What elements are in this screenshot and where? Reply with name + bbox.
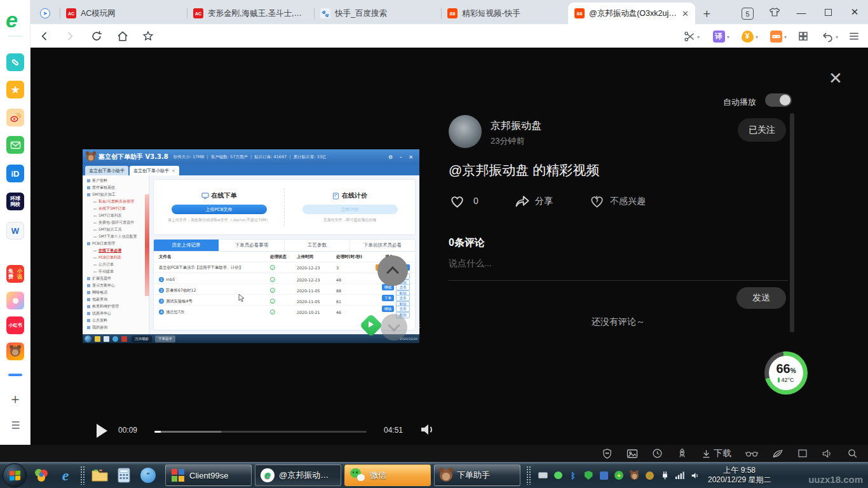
reading-mode-glasses-icon[interactable] [745,450,758,458]
tray-signal-icon[interactable] [675,470,685,480]
skin-button[interactable] [761,3,788,22]
tab-transformers[interactable]: AC 变形金刚,海贼王,圣斗士,龙... [187,3,314,24]
new-tab-button[interactable]: ＋ [698,4,715,22]
kuaishou-icon: 88 [574,8,585,18]
refresh-button[interactable] [89,29,104,44]
play-button[interactable] [97,424,107,438]
sidebar-weibo-icon[interactable] [6,109,24,126]
taskbar-button-wechat[interactable]: 微信 [344,464,431,486]
taskbar-button-browser[interactable]: e @京邦振动盘(... [255,464,341,486]
followed-button[interactable]: 已关注 [738,118,786,142]
minimize-button[interactable]: — [788,3,815,22]
tray-shield-icon[interactable] [583,470,593,480]
back-button[interactable] [37,29,52,44]
quicklaunch-explorer-icon[interactable] [92,467,108,484]
previous-video-button[interactable] [377,255,408,286]
forward-button[interactable] [62,29,78,44]
tab-baidu-search[interactable]: 🐾 快手_百度搜索 [314,3,441,24]
quicklaunch-messenger-icon[interactable]: ’’ [140,467,156,484]
sidebar-mail-icon[interactable] [6,136,24,154]
tray-nut-check-icon[interactable]: ✓ [644,470,654,480]
shopping-assistant-button[interactable]: ¥ [740,29,755,44]
taskbar-button-client99se[interactable]: Client99se [165,464,252,486]
tab-label: 精彩短视频-快手 [462,8,562,19]
tray-update-icon[interactable]: + [614,470,624,480]
video-surface[interactable]: 嘉立创下单助手 V3.3.8 软件大小: 17MB ｜ 客户端数: 57万用户 … [83,149,419,343]
zoom-search-icon[interactable] [847,448,858,459]
tray-driver-icon[interactable] [599,470,609,480]
quicklaunch-calculator-icon[interactable] [116,467,132,484]
screenshot-scissors-button[interactable] [681,29,696,44]
share-icon[interactable] [513,193,531,208]
tray-keyboard-icon[interactable] [538,470,548,480]
video-title: @京邦振动盘 的精彩视频 [449,161,599,179]
taskbar-button-order-assistant[interactable]: 下单助手 [434,464,520,486]
sidebar-xiaohongshu-icon[interactable]: 小红书 [6,316,24,334]
close-window-button[interactable]: ✕ [841,3,868,22]
sidebar-add-button[interactable]: ＋ [8,390,22,404]
tab-count-badge[interactable]: 5 [742,8,754,20]
quicklaunch-360-icon[interactable] [33,467,50,484]
menu-hamburger-button[interactable] [846,29,862,44]
widget-temperature: 42°C [781,377,794,383]
tray-volume-icon[interactable] [690,470,700,480]
autoplay-toggle[interactable] [765,93,792,107]
translate-button[interactable]: 译 [711,29,726,44]
tray-power-plug-icon[interactable] [660,470,670,480]
wechat-icon [350,468,365,482]
tray-bear-icon[interactable] [629,470,639,480]
sidebar-favorites-icon[interactable]: ★ [6,81,24,98]
widget-percent: 66 [776,362,790,376]
volume-icon[interactable] [419,422,436,437]
restore-button[interactable] [815,3,841,22]
start-button[interactable] [3,463,27,487]
image-icon[interactable] [627,449,638,459]
sidebar-game-bear-icon[interactable] [6,342,24,360]
sidebar-free-novel-icon[interactable]: 免费小说 [6,265,24,283]
next-video-button[interactable] [381,314,407,341]
comment-input[interactable] [449,258,766,268]
send-comment-button[interactable]: 发送 [736,287,786,309]
tab-close-icon[interactable]: ✕ [682,9,689,18]
tray-wechat-icon[interactable] [553,470,563,480]
video-app-tab: 嘉立创下单小助手 [85,166,128,175]
panel-scrollbar[interactable] [790,113,794,332]
progress-bar[interactable] [154,431,367,433]
avatar[interactable] [449,115,482,148]
undo-closed-tab-button[interactable] [820,29,835,44]
tab-ac[interactable]: AC AC模玩网 [60,3,187,24]
sidebar-anime-game-icon[interactable] [6,292,24,309]
sidebar-word-doc-icon[interactable]: W [6,222,24,240]
sidebar-clip-app-icon[interactable] [6,53,24,71]
close-player-button[interactable]: ✕ [829,69,843,88]
favorites-star-button[interactable] [140,29,156,44]
quicklaunch-ie-icon[interactable]: e [57,467,74,484]
acceleration-widget[interactable]: 66% 42°C [764,351,808,395]
mute-speaker-icon[interactable] [822,449,833,459]
rocket-boost-icon[interactable] [677,448,688,459]
home-button[interactable] [115,29,130,44]
feather-flow-icon[interactable] [772,449,783,459]
not-interested-label[interactable]: 不感兴趣 [610,196,646,207]
protect-shield-icon[interactable] [602,448,613,459]
browser-logo[interactable]: e [6,8,18,32]
game-center-button[interactable] [768,29,783,44]
tray-bluetooth-icon[interactable]: ᛒ [568,470,578,480]
window-split-icon[interactable] [797,449,808,458]
tab-kuaishou-feed[interactable]: 88 精彩短视频-快手 [441,3,568,24]
sidebar-hqwx-icon[interactable]: 环球网校 [6,193,24,210]
broken-heart-icon[interactable] [588,193,606,208]
apps-grid-button[interactable] [796,29,811,44]
tab-pinned-compass[interactable]: ➤ [31,3,60,24]
protel-puzzle-icon [171,468,185,482]
downloads-button[interactable]: 下载 [702,448,731,459]
share-label[interactable]: 分享 [535,196,553,207]
username[interactable]: 京邦振动盘 [491,119,541,133]
like-heart-icon[interactable] [449,193,466,208]
history-icon[interactable] [652,448,663,459]
sidebar-id-app-icon[interactable]: iD [6,165,24,182]
taskbar-clock[interactable]: 上午 9:58 2020/12/29 星期二 [708,466,771,485]
progress-buffered [161,431,221,433]
sidebar-manage-button[interactable] [8,419,21,433]
tab-current-video[interactable]: 88 @京邦振动盘(O3xk2ujiniv ✕ [568,3,695,24]
